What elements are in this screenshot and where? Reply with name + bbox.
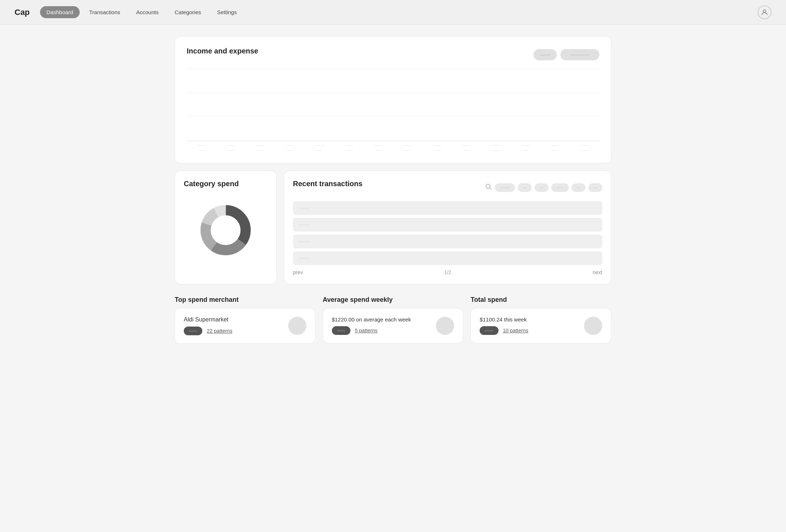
pagination: prev 1/2 next — [293, 269, 602, 275]
svg-point-0 — [763, 9, 766, 12]
chart-label-group: ············· — [424, 143, 451, 153]
chart-label-bottom: ····· — [258, 148, 263, 153]
chart-label-top: ········ — [521, 143, 529, 148]
filter-pill-1[interactable]: ········ — [495, 183, 515, 192]
donut-chart — [184, 201, 267, 259]
chart-label-bottom: ····· — [346, 148, 352, 153]
chart-label-group: ············· — [512, 143, 539, 153]
chart-label-top: ········ — [374, 143, 382, 148]
nav-transactions[interactable]: Transactions — [83, 6, 127, 18]
search-area: ········ ··· ··· ······ ··· ··· — [485, 183, 602, 192]
filter-pill-6[interactable]: ··· — [588, 183, 602, 192]
chart-gridlines — [187, 68, 599, 141]
chart-label-top: ········ — [198, 143, 206, 148]
income-filter-btn1[interactable]: ········ — [533, 49, 557, 60]
chart-label-top: ········ — [433, 143, 441, 148]
filter-pill-4[interactable]: ······ — [551, 183, 569, 192]
svg-line-4 — [490, 188, 492, 190]
chart-label-top: ········ — [404, 143, 412, 148]
chart-label-bottom: ····· — [523, 148, 528, 153]
app-logo: Cap — [15, 8, 30, 17]
chart-label-top: ········ — [551, 143, 559, 148]
avg-spend-left: $1220.00 on average each week ······· 5 … — [332, 316, 411, 335]
nav-dashboard[interactable]: Dashboard — [40, 6, 80, 18]
filter-pill-5[interactable]: ··· — [572, 183, 585, 192]
chart-label-top: ········ — [580, 143, 588, 148]
chart-label-group: ············· — [453, 143, 480, 153]
chart-label-top: ········ — [315, 143, 323, 148]
chart-label-bottom: ····· — [199, 148, 204, 153]
top-spend-tag[interactable]: ······· — [184, 327, 202, 335]
total-spend-patterns[interactable]: 10 patterns — [503, 328, 528, 333]
bottom-row: Top spend merchant Aldi Supermarket ····… — [175, 296, 611, 344]
top-spend-action-btn[interactable] — [288, 317, 306, 335]
transaction-row[interactable]: ········· — [293, 251, 602, 265]
top-spend-left: Aldi Supermarket ······· 22 patterns — [184, 316, 232, 335]
prev-page-button[interactable]: prev — [293, 269, 303, 275]
chart-labels: ········································… — [187, 141, 599, 153]
avg-spend-patterns[interactable]: 5 patterns — [355, 328, 377, 333]
total-spend-value: $1100.24 this week — [480, 316, 528, 323]
avg-spend-action-btn[interactable] — [436, 317, 454, 335]
avg-spend-section: Average spend weekly $1220.00 on average… — [323, 296, 464, 344]
nav-categories[interactable]: Categories — [168, 6, 208, 18]
chart-label-bottom: ····· — [229, 148, 234, 153]
top-spend-card: Aldi Supermarket ······· 22 patterns — [175, 308, 315, 344]
nav-accounts[interactable]: Accounts — [130, 6, 165, 18]
main-content: Income and expense ········ ············… — [153, 25, 633, 355]
income-filter-btn2[interactable]: ·············· — [560, 49, 599, 60]
chart-label-group: ············· — [277, 143, 304, 153]
total-spend-left: $1100.24 this week ······· 10 patterns — [480, 316, 528, 335]
top-spend-title: Top spend merchant — [175, 296, 315, 304]
chart-label-group: ············· — [365, 143, 392, 153]
next-page-button[interactable]: next — [593, 269, 602, 275]
chart-label-group: ············· — [541, 143, 568, 153]
chart-label-group: ············· — [571, 143, 598, 153]
total-spend-card: $1100.24 this week ······· 10 patterns — [471, 308, 611, 343]
chart-label-top: ········ — [286, 143, 294, 148]
chart-label-group: ············· — [483, 143, 510, 153]
recent-transactions-card: Recent transactions ········ ··· ··· ···… — [284, 171, 611, 284]
chart-label-bottom: ····· — [582, 148, 587, 153]
category-title: Category spend — [184, 180, 267, 188]
income-header: Income and expense ········ ············… — [187, 47, 599, 63]
donut-svg — [196, 201, 255, 259]
nav-settings[interactable]: Settings — [211, 6, 243, 18]
filter-pill-2[interactable]: ··· — [518, 183, 532, 192]
avg-spend-tag[interactable]: ······· — [332, 326, 350, 335]
svg-point-2 — [211, 216, 240, 245]
total-spend-action-btn[interactable] — [584, 317, 602, 335]
total-spend-section: Total spend $1100.24 this week ······· 1… — [471, 296, 611, 344]
chart-label-bottom: ····· — [493, 148, 499, 153]
avg-spend-title: Average spend weekly — [323, 296, 464, 304]
avg-spend-value: $1220.00 on average each week — [332, 316, 411, 323]
top-spend-section: Top spend merchant Aldi Supermarket ····… — [175, 296, 315, 344]
avg-spend-card: $1220.00 on average each week ······· 5 … — [323, 308, 464, 343]
chart-label-group: ············· — [394, 143, 421, 153]
total-spend-tag[interactable]: ······· — [480, 326, 498, 335]
page-indicator: 1/2 — [444, 269, 451, 275]
filter-pill-3[interactable]: ··· — [535, 183, 548, 192]
total-spend-title: Total spend — [471, 296, 611, 304]
chart-label-top: ········ — [345, 143, 353, 148]
chart-label-top: ········ — [492, 143, 500, 148]
middle-row: Category spend Recent transactions — [175, 171, 611, 284]
svg-point-3 — [486, 184, 491, 188]
chart-label-top: ········ — [227, 143, 235, 148]
chart-label-bottom: ····· — [405, 148, 410, 153]
transactions-title: Recent transactions — [293, 180, 362, 188]
income-buttons: ········ ·············· — [533, 49, 599, 60]
total-spend-actions: ······· 10 patterns — [480, 326, 528, 335]
income-expense-card: Income and expense ········ ············… — [175, 36, 611, 163]
chart-label-group: ············· — [218, 143, 245, 153]
chart-label-group: ············· — [247, 143, 274, 153]
user-avatar[interactable] — [758, 5, 771, 19]
transaction-row[interactable]: ········· — [293, 201, 602, 215]
search-icon — [485, 183, 492, 192]
chart-label-group: ············· — [306, 143, 333, 153]
top-spend-patterns[interactable]: 22 patterns — [207, 328, 232, 334]
chart-label-bottom: ····· — [464, 148, 469, 153]
transaction-row[interactable]: ········· — [293, 218, 602, 232]
chart-label-bottom: ····· — [376, 148, 381, 153]
transaction-row[interactable]: ········· — [293, 235, 602, 248]
